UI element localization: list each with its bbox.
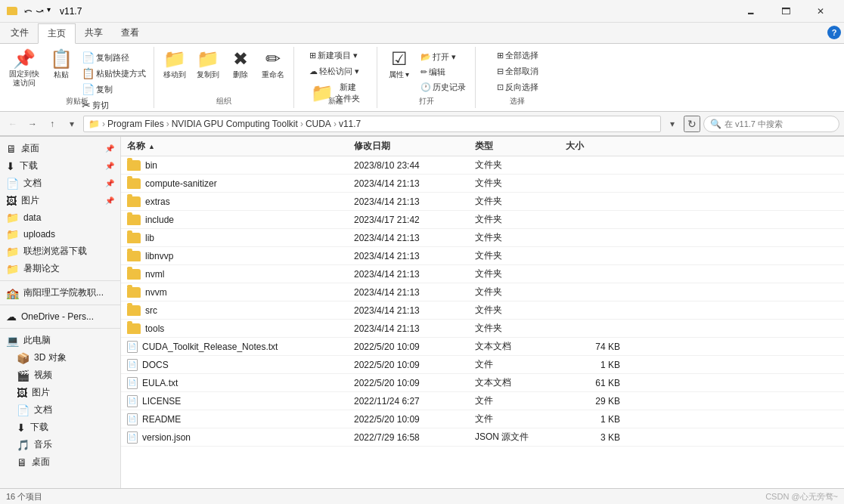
minimize-button[interactable]: 🗕: [734, 0, 768, 23]
col-date-header[interactable]: 修改日期: [354, 140, 475, 153]
rename-button[interactable]: ✏ 重命名: [257, 48, 289, 82]
recent-button[interactable]: ▾: [64, 116, 80, 132]
file-name: DOCS: [142, 360, 169, 370]
forward-button[interactable]: →: [24, 116, 41, 132]
col-name-header[interactable]: 名称 ▲: [127, 140, 354, 153]
file-row[interactable]: 📄 DOCS 2022/5/20 10:09 文件 1 KB: [121, 356, 844, 374]
properties-button[interactable]: ☑ 属性 ▾: [384, 48, 414, 82]
sidebar-item-downloads-pc[interactable]: ⬇ 下载: [0, 419, 120, 436]
file-row[interactable]: libnvvp 2023/4/14 21:13 文件夹: [121, 247, 844, 265]
sidebar-item-desktop-pc[interactable]: 🖥 桌面: [0, 453, 120, 471]
file-type: 文件夹: [475, 286, 566, 298]
sidebar-item-nanyang[interactable]: 🏫 南阳理工学院教职...: [0, 284, 120, 301]
select-all-button[interactable]: ⊞全部选择: [494, 48, 541, 63]
col-type-header[interactable]: 类型: [475, 140, 566, 153]
dropdown-path-button[interactable]: ▾: [664, 116, 681, 132]
file-date: 2023/4/17 21:42: [354, 215, 475, 225]
file-row[interactable]: include 2023/4/17 21:42 文件夹: [121, 211, 844, 229]
file-row[interactable]: 📄 CUDA_Toolkit_Release_Notes.txt 2022/5/…: [121, 338, 844, 356]
back-button[interactable]: ←: [5, 116, 21, 132]
edit-button[interactable]: ✏编辑: [417, 65, 469, 79]
undo-icon[interactable]: ⤺: [24, 5, 33, 17]
file-row[interactable]: 📄 version.json 2022/7/29 16:58 JSON 源文件 …: [121, 428, 844, 447]
sidebar-item-browser-downloads[interactable]: 📁 联想浏览器下载: [0, 243, 120, 260]
sidebar-item-videos[interactable]: 🎬 视频: [0, 366, 120, 384]
search-box[interactable]: 🔍: [703, 116, 839, 132]
file-row[interactable]: 📄 EULA.txt 2022/5/20 10:09 文本文档 61 KB: [121, 374, 844, 392]
file-type: 文件夹: [475, 249, 566, 262]
sidebar-item-3d[interactable]: 📦 3D 对象: [0, 349, 120, 366]
school-icon: 🏫: [6, 287, 19, 299]
file-row[interactable]: src 2023/4/14 21:13 文件夹: [121, 301, 844, 320]
sidebar-item-onedrive[interactable]: ☁ OneDrive - Pers...: [0, 308, 120, 325]
easy-access-button[interactable]: ☁轻松访问 ▾: [306, 64, 362, 79]
pin-to-quick-access-button[interactable]: 📌 固定到快速访问: [5, 48, 44, 89]
sidebar-item-summer-thesis[interactable]: 📁 暑期论文: [0, 260, 120, 277]
file-row[interactable]: compute-sanitizer 2023/4/14 21:13 文件夹: [121, 175, 844, 193]
file-type: 文件夹: [475, 322, 566, 335]
sidebar-label: 桌面: [32, 456, 50, 468]
sidebar-item-desktop-quick[interactable]: 🖥 桌面 📌: [0, 140, 120, 157]
sidebar-item-documents-pc[interactable]: 📄 文档: [0, 401, 120, 419]
paste-shortcut-button[interactable]: 📋粘贴快捷方式: [79, 66, 149, 81]
copy-path-button[interactable]: 📄复制路径: [79, 50, 149, 65]
select-none-button[interactable]: ⊟全部取消: [494, 64, 541, 79]
statusbar: 16 个项目 CSDN @心无旁骛~: [0, 488, 844, 504]
up-button[interactable]: ↑: [44, 116, 61, 132]
file-row[interactable]: 📄 LICENSE 2022/11/24 6:27 文件 29 KB: [121, 392, 844, 410]
sidebar-item-data[interactable]: 📁 data: [0, 209, 120, 226]
ribbon-group-organize: 📁 移动到 📁 复制到 ✖ 删除 ✏ 重命名 组织: [154, 47, 294, 108]
file-row[interactable]: nvvm 2023/4/14 21:13 文件夹: [121, 283, 844, 301]
file-date: 2023/4/14 21:13: [354, 251, 475, 261]
document-icon: 📄: [127, 359, 138, 371]
sidebar-item-uploads[interactable]: 📁 uploads: [0, 226, 120, 243]
address-path[interactable]: 📁 › Program Files › NVIDIA GPU Computing…: [83, 116, 661, 132]
titlebar-controls: 🗕 🗖 ✕: [734, 0, 838, 23]
folder-icon: [127, 323, 141, 334]
tab-file[interactable]: 文件: [2, 23, 38, 43]
file-row[interactable]: bin 2023/8/10 23:44 文件夹: [121, 156, 844, 175]
file-type: 文本文档: [475, 340, 566, 353]
file-row[interactable]: 📄 README 2022/5/20 10:09 文件 1 KB: [121, 410, 844, 428]
close-button[interactable]: ✕: [803, 0, 838, 23]
sidebar-item-pictures-pc[interactable]: 🖼 图片: [0, 384, 120, 401]
tab-view[interactable]: 查看: [112, 23, 148, 43]
select-none-icon: ⊟: [497, 66, 504, 76]
sidebar-item-downloads[interactable]: ⬇ 下载 📌: [0, 157, 120, 175]
sidebar-label: 音乐: [34, 438, 52, 451]
file-row[interactable]: extras 2023/4/14 21:13 文件夹: [121, 193, 844, 211]
maximize-button[interactable]: 🗖: [768, 0, 803, 23]
file-row[interactable]: tools 2023/4/14 21:13 文件夹: [121, 320, 844, 338]
redo-icon[interactable]: ⤻: [36, 5, 44, 17]
document-icon: 📄: [127, 395, 138, 407]
sidebar-item-pictures[interactable]: 🖼 图片 📌: [0, 192, 120, 209]
col-size-header[interactable]: 大小: [566, 140, 626, 153]
titlebar-quick-buttons: ⤺ ⤻ ▾: [24, 5, 51, 17]
file-size: 74 KB: [566, 342, 626, 352]
help-button[interactable]: ?: [827, 26, 841, 39]
sidebar-item-documents[interactable]: 📄 文档 📌: [0, 175, 120, 192]
delete-button[interactable]: ✖ 删除: [225, 48, 256, 82]
paste-button[interactable]: 📋 粘贴: [45, 48, 77, 82]
open-label: 打开: [377, 96, 475, 107]
ribbon-group-select: ⊞全部选择 ⊟全部取消 ⊡反向选择 选择: [476, 47, 559, 108]
refresh-button[interactable]: ↻: [684, 116, 700, 132]
move-to-button[interactable]: 📁 移动到: [159, 48, 191, 82]
paste-icon: 📋: [50, 50, 73, 68]
new-item-button[interactable]: ⊞新建项目 ▾: [306, 48, 361, 63]
documents-pc-icon: 📄: [17, 404, 29, 416]
search-input[interactable]: [725, 119, 833, 128]
file-row[interactable]: nvml 2023/4/14 21:13 文件夹: [121, 265, 844, 283]
file-row[interactable]: lib 2023/4/14 21:13 文件夹: [121, 229, 844, 247]
open-button[interactable]: 📂打开 ▾: [417, 50, 469, 64]
sidebar-item-music[interactable]: 🎵 音乐: [0, 436, 120, 453]
copy-button[interactable]: 📄复制: [79, 82, 149, 97]
expand-icon[interactable]: ▾: [47, 5, 51, 17]
invert-select-button[interactable]: ⊡反向选择: [494, 80, 541, 94]
tab-share[interactable]: 共享: [76, 23, 112, 43]
sidebar-item-this-pc[interactable]: 💻 此电脑: [0, 332, 120, 349]
copy-to-button[interactable]: 📁 复制到: [192, 48, 224, 82]
history-button[interactable]: 🕐历史记录: [417, 80, 469, 94]
music-icon: 🎵: [17, 439, 29, 451]
tab-home[interactable]: 主页: [38, 23, 76, 44]
